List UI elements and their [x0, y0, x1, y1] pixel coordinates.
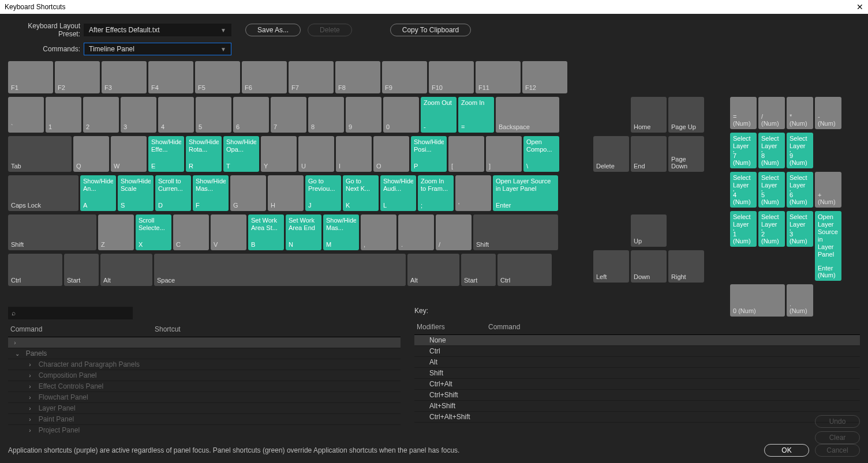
command-tree[interactable]: ›⌄ Panels› Character and Paragraph Panel… [8, 337, 401, 434]
key-8[interactable]: 8 [308, 97, 344, 133]
key-`[interactable]: ` [8, 97, 44, 133]
key-Tab[interactable]: Tab [8, 136, 72, 172]
preset-dropdown[interactable]: After Effects Default.txt ▼ [84, 24, 231, 36]
list-item[interactable]: ⌄ Panels [8, 348, 401, 359]
key-;[interactable]: Zoom In to Fram...; [418, 175, 454, 211]
key--[interactable]: Zoom Out- [421, 97, 457, 133]
key-A[interactable]: Show/Hide An...A [80, 175, 116, 211]
list-item[interactable]: › Effect Controls Panel [8, 381, 401, 392]
key-Page Down[interactable]: Page Down [668, 136, 704, 172]
cancel-button[interactable]: Cancel [815, 444, 860, 457]
key-3 (Num)[interactable]: Select Layer b...3 (Num) [787, 211, 813, 247]
key-C[interactable]: C [173, 214, 209, 250]
key-F7[interactable]: F7 [289, 61, 334, 93]
list-item[interactable]: › Character and Paragraph Panels [8, 359, 401, 370]
key-Right[interactable]: Right [668, 250, 704, 283]
key-1 (Num)[interactable]: Select Layer b...1 (Num) [730, 211, 757, 247]
key-Space[interactable]: Space [154, 254, 406, 286]
key-Ctrl[interactable]: Ctrl [8, 254, 62, 286]
key-Start[interactable]: Start [64, 254, 99, 286]
key-Left[interactable]: Left [593, 250, 629, 283]
key-N[interactable]: Set Work Area EndN [286, 214, 321, 250]
key-Page Up[interactable]: Page Up [668, 97, 704, 133]
key-K[interactable]: Go to Next K...K [343, 175, 379, 211]
key-S[interactable]: Show/Hide ScaleS [118, 175, 154, 211]
key-9 (Num)[interactable]: Select Layer b...9 (Num) [787, 133, 813, 168]
key-Shift[interactable]: Shift [8, 214, 96, 250]
key-F3[interactable]: F3 [102, 61, 147, 93]
key-F4[interactable]: F4 [148, 61, 193, 93]
key-Ctrl[interactable]: Ctrl [497, 254, 552, 286]
close-icon[interactable]: ✕ [856, 2, 863, 12]
key-Alt[interactable]: Alt [407, 254, 459, 286]
key-Z[interactable]: Z [98, 214, 134, 250]
modifier-item[interactable]: Alt [414, 357, 860, 368]
key-D[interactable]: Scroll to Curren...D [155, 175, 191, 211]
key-H[interactable]: H [268, 175, 304, 211]
commands-dropdown[interactable]: Timeline Panel ▼ [84, 43, 231, 55]
key-Caps Lock[interactable]: Caps Lock [8, 175, 78, 211]
key-F9[interactable]: F9 [382, 61, 427, 93]
key-/[interactable]: / [436, 214, 472, 250]
key-Down[interactable]: Down [631, 250, 667, 283]
save-as-button[interactable]: Save As... [245, 24, 301, 36]
key-- (Num)[interactable]: - (Num) [815, 97, 841, 129]
key-4 (Num)[interactable]: Select Layer b...4 (Num) [730, 172, 757, 208]
key-Alt[interactable]: Alt [100, 254, 152, 286]
list-item[interactable]: › Project Panel [8, 425, 401, 434]
key-Delete[interactable]: Delete [593, 136, 629, 172]
modifier-item[interactable]: Ctrl [414, 346, 860, 357]
modifier-item[interactable]: Shift [414, 368, 860, 379]
key-Shift[interactable]: Shift [473, 214, 558, 250]
key-F8[interactable]: F8 [335, 61, 380, 93]
key-Backspace[interactable]: Backspace [496, 97, 559, 133]
ok-button[interactable]: OK [764, 444, 809, 457]
undo-button[interactable]: Undo [815, 415, 860, 428]
key-3[interactable]: 3 [121, 97, 156, 133]
modifier-item[interactable]: Alt+Shift [414, 401, 860, 412]
key-[[interactable]: [ [448, 136, 484, 172]
key-+ (Num)[interactable]: + (Num) [815, 172, 841, 208]
key-E[interactable]: Show/Hide Effe...E [148, 136, 184, 172]
copy-clipboard-button[interactable]: Copy To Clipboard [390, 24, 472, 36]
key-Enter (Num)[interactable]: Open Layer Source in Layer PanelEnter (N… [815, 211, 841, 281]
key-M[interactable]: Show/Hide Mas...M [323, 214, 359, 250]
key-Q[interactable]: Q [73, 136, 109, 172]
key-Y[interactable]: Y [261, 136, 297, 172]
key-F6[interactable]: F6 [242, 61, 287, 93]
modifier-item[interactable]: Ctrl+Alt [414, 379, 860, 390]
key-T[interactable]: Show/Hide Opa...T [223, 136, 259, 172]
key-6 (Num)[interactable]: Select Layer b...6 (Num) [787, 172, 813, 208]
key-F12[interactable]: F12 [522, 61, 567, 93]
modifiers-list[interactable]: NoneCtrlAltShiftCtrl+AltCtrl+ShiftAlt+Sh… [414, 334, 860, 434]
key-P[interactable]: Show/Hide Posi...P [411, 136, 447, 172]
key-=[interactable]: Zoom In= [458, 97, 494, 133]
key-J[interactable]: Go to Previou...J [305, 175, 341, 211]
key-7 (Num)[interactable]: Select Layer b...7 (Num) [730, 133, 757, 168]
key-F11[interactable]: F11 [476, 61, 521, 93]
key-'[interactable]: ' [455, 175, 491, 211]
key-* (Num)[interactable]: * (Num) [787, 97, 813, 129]
list-item[interactable]: › Composition Panel [8, 370, 401, 381]
key-Start[interactable]: Start [461, 254, 496, 286]
key-0[interactable]: 0 [383, 97, 419, 133]
key-F1[interactable]: F1 [8, 61, 53, 93]
key-I[interactable]: I [336, 136, 372, 172]
key-V[interactable]: V [211, 214, 246, 250]
key-F10[interactable]: F10 [429, 61, 474, 93]
key-][interactable]: ] [486, 136, 522, 172]
key-.[interactable]: . [398, 214, 434, 250]
key-,[interactable]: , [361, 214, 396, 250]
key-Up[interactable]: Up [631, 214, 667, 247]
search-input[interactable]: ⌕ [8, 307, 133, 319]
key-R[interactable]: Show/Hide Rota...R [186, 136, 222, 172]
key-B[interactable]: Set Work Area St...B [248, 214, 284, 250]
list-item[interactable]: › Paint Panel [8, 414, 401, 425]
key-F[interactable]: Show/Hide Mas...F [193, 175, 229, 211]
key-F5[interactable]: F5 [195, 61, 240, 93]
key-End[interactable]: End [631, 136, 667, 172]
key-7[interactable]: 7 [271, 97, 306, 133]
key-/ (Num)[interactable]: / (Num) [758, 97, 785, 129]
key-F2[interactable]: F2 [55, 61, 100, 93]
key-5 (Num)[interactable]: Select Layer b...5 (Num) [758, 172, 785, 208]
